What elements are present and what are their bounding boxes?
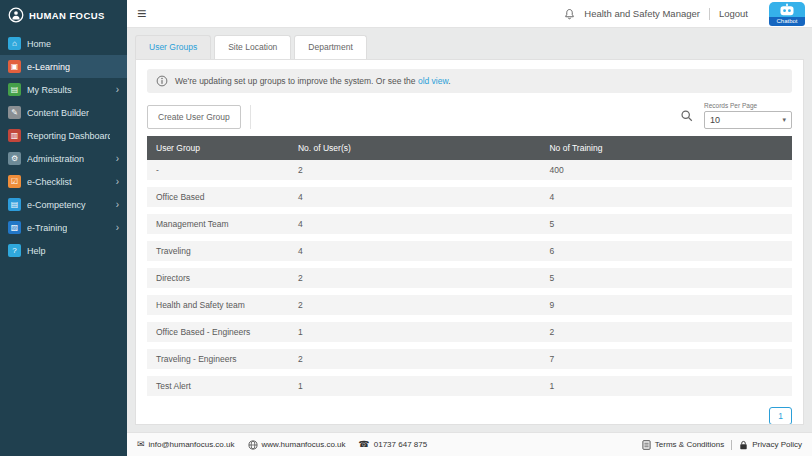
brand-name: HUMAN FOCUS — [29, 10, 105, 21]
cell-training: 1 — [540, 373, 792, 400]
cell-users: 4 — [289, 238, 541, 265]
footer-contact: ✉ info@humanfocus.co.uk www.humanfocus.c… — [137, 440, 427, 450]
cell-training: 5 — [540, 211, 792, 238]
main-column: ≡ Health and Safety Manager Logout — [127, 0, 812, 456]
caret-down-icon: ▾ — [782, 116, 786, 124]
user-role-label: Health and Safety Manager — [584, 8, 700, 19]
records-per-page-label: Records Per Page — [704, 102, 792, 109]
cell-user-group: Management Team — [147, 211, 289, 238]
sidebar-item-label: e-Training — [27, 223, 67, 233]
sidebar-item-label: e-Competency — [27, 200, 86, 210]
sidebar-item[interactable]: ▥ Reporting Dashboard › — [0, 124, 127, 147]
cell-user-group: Test Alert — [147, 373, 289, 400]
column-header-label: User Group — [156, 143, 200, 153]
tab[interactable]: Department — [294, 35, 366, 59]
sidebar-item[interactable]: ▤ e-Competency › — [0, 193, 127, 216]
sidebar-item-label: Administration — [27, 154, 84, 164]
chevron-right-icon: › — [116, 200, 119, 210]
table-toolbar: Create User Group Records Per Page — [147, 102, 792, 136]
sidebar-item[interactable]: ☑ e-Checklist › — [0, 170, 127, 193]
cell-training: 6 — [540, 238, 792, 265]
cell-training: 5 — [540, 265, 792, 292]
sidebar-item-icon: ▤ — [8, 198, 21, 211]
topbar-right: Health and Safety Manager Logout — [564, 8, 802, 20]
records-per-page-select[interactable]: 10 ▾ — [704, 111, 792, 129]
sidebar-item[interactable]: ▣ e-Learning › — [0, 55, 127, 78]
sidebar-item[interactable]: ? Help › — [0, 239, 127, 262]
table-row[interactable]: Office Based - Engineers 1 2 — [147, 319, 792, 346]
table-row[interactable]: Traveling - Engineers 2 7 — [147, 346, 792, 373]
footer-legal: Terms & Conditions Privacy Policy — [642, 440, 802, 450]
cell-user-group: Health and Safety team — [147, 292, 289, 319]
cell-user-group: Traveling - Engineers — [147, 346, 289, 373]
privacy-link[interactable]: Privacy Policy — [739, 440, 802, 450]
cell-users: 2 — [289, 160, 541, 184]
hamburger-menu-icon[interactable]: ≡ — [137, 6, 146, 22]
table-row[interactable]: Directors 2 5 — [147, 265, 792, 292]
footer-website-link[interactable]: www.humanfocus.co.uk — [248, 440, 346, 450]
footer-email-link[interactable]: ✉ info@humanfocus.co.uk — [137, 440, 235, 449]
terms-link[interactable]: Terms & Conditions — [642, 440, 724, 450]
toolbar-right: Records Per Page 10 ▾ — [680, 102, 792, 129]
sidebar-item[interactable]: ▨ e-Training › — [0, 216, 127, 239]
cell-user-group: - — [147, 160, 289, 184]
page-1-button[interactable]: 1 — [769, 407, 792, 425]
search-icon[interactable] — [680, 109, 693, 122]
sidebar-item[interactable]: ⚙ Administration › — [0, 147, 127, 170]
cell-user-group: Office Based — [147, 184, 289, 211]
table-row[interactable]: Management Team 4 5 — [147, 211, 792, 238]
table-row[interactable]: Test Alert 1 1 — [147, 373, 792, 400]
cell-training: 7 — [540, 346, 792, 373]
document-icon — [642, 440, 651, 450]
globe-icon — [248, 440, 258, 450]
robot-icon — [769, 2, 805, 17]
table-row[interactable]: Health and Safety team 2 9 — [147, 292, 792, 319]
chevron-right-icon: › — [116, 223, 119, 233]
brand-logo: HUMAN FOCUS — [0, 0, 127, 32]
sidebar-item[interactable]: ▤ My Results › — [0, 78, 127, 101]
notifications-bell-icon[interactable] — [564, 8, 575, 20]
sidebar-item[interactable]: ⌂ Home › — [0, 32, 127, 55]
column-header: User Group — [147, 136, 289, 160]
toolbar-left: Create User Group — [147, 105, 251, 129]
tab[interactable]: Site Location — [214, 35, 291, 59]
terms-link-text: Terms & Conditions — [655, 440, 724, 449]
logout-button[interactable]: Logout — [719, 8, 748, 19]
cell-user-group: Office Based - Engineers — [147, 319, 289, 346]
column-header: No of Training — [540, 136, 792, 160]
cell-training: 4 — [540, 184, 792, 211]
cell-users: 2 — [289, 265, 541, 292]
banner-text: We're updating set up groups to improve … — [175, 76, 451, 86]
create-user-group-button[interactable]: Create User Group — [147, 105, 241, 129]
sidebar-item-label: Reporting Dashboard — [27, 131, 110, 141]
sidebar-item-label: Help — [27, 246, 46, 256]
banner-suffix: . — [448, 76, 450, 86]
user-groups-card: We're updating set up groups to improve … — [135, 59, 804, 425]
pagination: 1 — [147, 403, 792, 425]
user-groups-table: User GroupNo. of User(s)No of Training -… — [147, 136, 792, 403]
app-window: HUMAN FOCUS ⌂ Home › ▣ e-Learning › ▤ My… — [0, 0, 812, 456]
table-row[interactable]: Office Based 4 4 — [147, 184, 792, 211]
info-banner: We're updating set up groups to improve … — [147, 69, 792, 93]
envelope-icon: ✉ — [137, 440, 145, 449]
cell-users: 1 — [289, 319, 541, 346]
column-header-label: No of Training — [549, 143, 602, 153]
table-row[interactable]: - 2 400 — [147, 160, 792, 184]
chevron-right-icon: › — [116, 154, 119, 164]
sidebar-item-icon: ⚙ — [8, 152, 21, 165]
table-row[interactable]: Traveling 4 6 — [147, 238, 792, 265]
info-icon — [156, 75, 168, 87]
sidebar-item[interactable]: ✎ Content Builder › — [0, 101, 127, 124]
footer-phone: ☎ 01737 647 875 — [359, 440, 428, 449]
sidebar-item-icon: ▣ — [8, 60, 21, 73]
footer: ✉ info@humanfocus.co.uk www.humanfocus.c… — [127, 432, 812, 456]
sidebar-item-icon: ✎ — [8, 106, 21, 119]
chatbot-button[interactable]: Chatbot — [769, 2, 805, 26]
cell-user-group: Traveling — [147, 238, 289, 265]
sidebar-nav: ⌂ Home › ▣ e-Learning › ▤ My Results › ✎… — [0, 32, 127, 262]
tab[interactable]: User Groups — [135, 35, 211, 59]
sidebar-item-icon: ▤ — [8, 83, 21, 96]
old-view-link[interactable]: old view — [418, 76, 448, 86]
records-per-page: Records Per Page 10 ▾ — [704, 102, 792, 129]
column-header: No. of User(s) — [289, 136, 541, 160]
